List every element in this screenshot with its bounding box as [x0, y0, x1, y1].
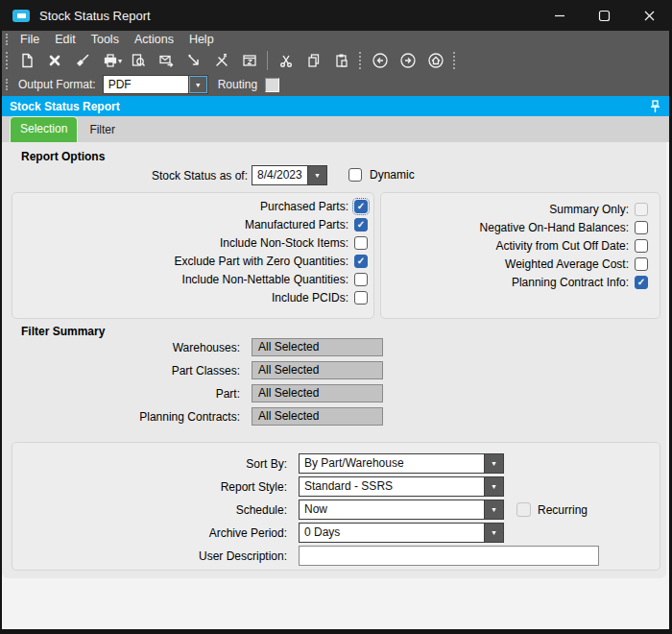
tab[interactable]: Filter — [78, 117, 127, 142]
option-row: Include PCIDs: — [12, 290, 373, 305]
close-icon — [643, 10, 656, 22]
output-format-row: Output Format: PDF Routing — [2, 73, 669, 96]
send-button[interactable] — [152, 50, 180, 71]
settings-label: Archive Period: — [12, 526, 287, 540]
pin-button[interactable] — [650, 100, 660, 113]
option-row: Weighted Average Cost: — [381, 256, 660, 271]
option-row: Manufactured Parts: — [12, 217, 373, 232]
process-button[interactable] — [180, 50, 207, 71]
back-icon — [372, 52, 389, 69]
maximize-button[interactable] — [582, 0, 627, 31]
print-preview-button[interactable] — [124, 50, 152, 71]
panel-title: Stock Status Report — [10, 100, 120, 113]
delete-button[interactable] — [40, 50, 68, 71]
settings-row: Sort By: By Part/Warehouse — [12, 453, 660, 474]
option-checkbox[interactable] — [354, 236, 368, 250]
new-document-icon — [19, 53, 35, 68]
option-checkbox[interactable] — [635, 276, 648, 289]
menu-item[interactable]: Edit — [47, 33, 84, 46]
option-checkbox[interactable] — [635, 221, 648, 234]
print-icon — [103, 53, 118, 68]
chevron-down-icon[interactable] — [484, 524, 503, 542]
print-preview-icon — [131, 53, 146, 68]
copy-button[interactable] — [300, 50, 327, 71]
option-checkbox[interactable] — [635, 239, 648, 253]
new-button[interactable] — [12, 50, 40, 71]
settings-select[interactable]: By Part/Warehouse — [299, 453, 504, 474]
option-checkbox[interactable] — [354, 200, 368, 213]
filter-row: Planning Contracts: All Selected — [2, 407, 666, 426]
chevron-down-icon[interactable] — [484, 500, 503, 519]
stock-status-date-select[interactable]: 8/4/2023 — [252, 165, 327, 185]
forward-icon — [399, 52, 417, 69]
option-checkbox[interactable] — [354, 291, 368, 305]
menu-item[interactable]: Tools — [84, 33, 127, 46]
print-dropdown-icon[interactable]: ▾ — [118, 57, 122, 65]
toolbar-grip — [453, 52, 455, 69]
pin-icon — [650, 100, 660, 113]
tab[interactable]: Selection — [10, 116, 78, 142]
filter-label: Warehouses: — [2, 341, 240, 354]
settings-select[interactable]: Standard - SSRS — [299, 476, 504, 497]
option-checkbox[interactable] — [635, 203, 648, 216]
menu-item[interactable]: Help — [181, 33, 222, 46]
paste-button[interactable] — [327, 50, 355, 71]
option-row: Purchased Parts: — [12, 199, 373, 213]
filter-row: Warehouses: All Selected — [2, 338, 666, 356]
chevron-down-icon[interactable] — [484, 477, 503, 496]
toolbar-grip — [6, 34, 8, 45]
clear-button[interactable] — [68, 50, 96, 71]
option-label: Activity from Cut Off Date: — [496, 239, 629, 253]
filter-value-field: All Selected — [252, 361, 383, 379]
settings-row: Report Style: Standard - SSRS — [12, 476, 660, 497]
routing-checkbox[interactable] — [265, 78, 279, 92]
cut-button[interactable] — [272, 50, 300, 71]
cut-icon — [278, 53, 294, 68]
copy-icon — [306, 53, 322, 68]
option-row: Exclude Part with Zero Quantities: — [12, 254, 373, 268]
option-checkbox[interactable] — [354, 218, 368, 232]
filter-label: Part Classes: — [2, 364, 240, 378]
app-icon — [12, 10, 30, 22]
option-row: Negative On-Hand Balances: — [381, 220, 660, 234]
option-label: Negative On-Hand Balances: — [480, 221, 629, 234]
report-options-title: Report Options — [21, 150, 105, 163]
panel-header: Stock Status Report — [2, 96, 669, 116]
option-label: Summary Only: — [549, 203, 629, 216]
option-row: Planning Contract Info: — [381, 275, 660, 289]
minimize-button[interactable] — [537, 0, 582, 31]
dynamic-checkbox[interactable] — [348, 168, 362, 182]
window-controls — [537, 0, 672, 31]
close-button[interactable] — [627, 0, 672, 31]
filter-summary-title: Filter Summary — [21, 325, 105, 338]
option-label: Exclude Part with Zero Quantities: — [175, 255, 348, 268]
schedule-button[interactable] — [235, 50, 263, 71]
home-button[interactable] — [421, 50, 449, 71]
back-button[interactable] — [366, 50, 394, 71]
option-checkbox[interactable] — [354, 255, 368, 268]
menu-item[interactable]: Actions — [127, 33, 181, 46]
settings-select[interactable]: Now — [299, 500, 504, 520]
toolbar-separator — [267, 51, 268, 70]
option-label: Planning Contract Info: — [512, 276, 629, 289]
toolbar-grip — [6, 52, 8, 69]
delete-icon — [47, 53, 62, 68]
option-checkbox[interactable] — [354, 273, 368, 286]
chevron-down-icon[interactable] — [484, 454, 503, 473]
option-checkbox[interactable] — [635, 257, 648, 271]
tools-button[interactable] — [207, 50, 235, 71]
chevron-down-icon[interactable] — [307, 166, 326, 184]
toolbar: ▾ — [2, 48, 669, 73]
settings-select[interactable]: 0 Days — [299, 523, 504, 543]
forward-button[interactable] — [394, 50, 421, 71]
option-row: Include Non-Nettable Quantities: — [12, 272, 373, 286]
settings-label: Report Style: — [12, 480, 287, 494]
selection-panel: Report Options Stock Status as of: 8/4/2… — [2, 142, 666, 578]
left-options-group: Purchased Parts: Manufactured Parts: Inc… — [12, 192, 374, 319]
menu-item[interactable]: File — [12, 33, 47, 46]
output-format-select[interactable]: PDF — [103, 75, 208, 94]
schedule-icon — [242, 53, 257, 68]
chevron-down-icon[interactable] — [188, 76, 207, 93]
filter-value-field: All Selected — [252, 407, 383, 426]
user-description-input[interactable] — [299, 546, 599, 566]
